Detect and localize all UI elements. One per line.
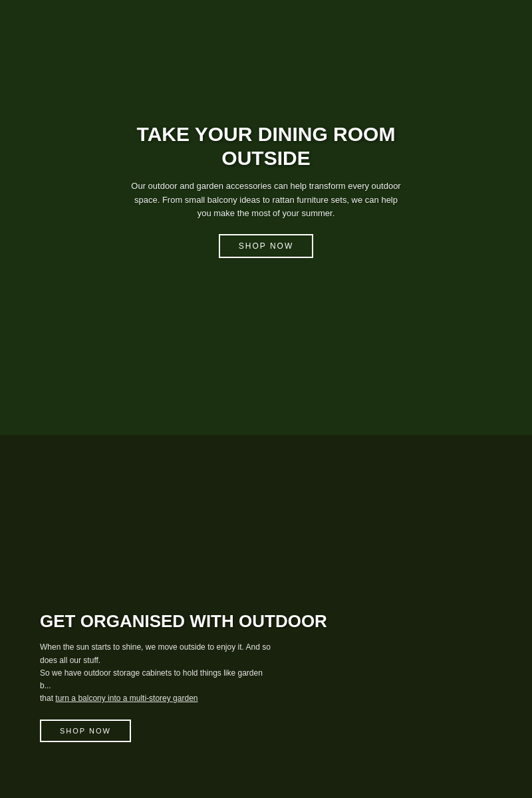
mid-banner-cta[interactable]: SHOP NOW <box>40 720 131 742</box>
hero-cta-button[interactable]: SHOP NOW <box>219 234 313 258</box>
hero-content: TAKE YOUR DINING ROOM OUTSIDE Our outdoo… <box>126 122 406 258</box>
mid-banner-description: When the sun starts to shine, we move ou… <box>40 641 273 705</box>
mid-banner-title: GET ORGANISED WITH OUTDOOR <box>40 611 327 632</box>
hero-title: TAKE YOUR DINING ROOM OUTSIDE <box>126 122 406 170</box>
hero-description: Our outdoor and garden accessories can h… <box>126 180 406 221</box>
mid-banner-content: GET ORGANISED WITH OUTDOOR When the sun … <box>40 611 327 742</box>
